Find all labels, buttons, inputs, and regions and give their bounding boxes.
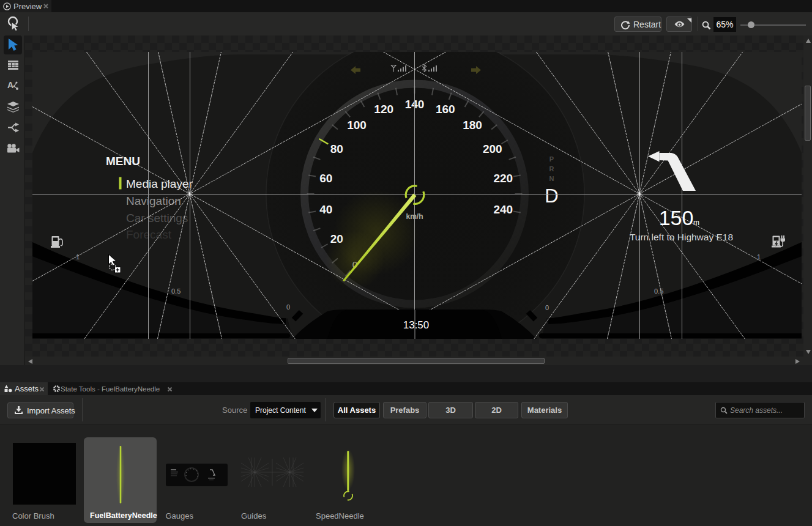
svg-text:m: m xyxy=(693,218,699,227)
svg-text:N: N xyxy=(549,175,554,182)
svg-text:13:50: 13:50 xyxy=(403,319,430,331)
svg-text:200: 200 xyxy=(483,143,502,155)
svg-text:120: 120 xyxy=(374,103,393,116)
svg-text:R: R xyxy=(549,165,554,172)
svg-text:240: 240 xyxy=(493,203,513,216)
svg-text:Media player: Media player xyxy=(126,177,193,190)
svg-text:Car settings: Car settings xyxy=(126,212,188,224)
svg-text:1: 1 xyxy=(757,253,761,261)
svg-text:A: A xyxy=(7,80,13,90)
svg-text:Forecast: Forecast xyxy=(126,228,172,241)
svg-text:Turn left to Highway E18: Turn left to Highway E18 xyxy=(630,232,733,242)
svg-text:1: 1 xyxy=(76,253,80,261)
svg-text:P: P xyxy=(549,155,554,163)
svg-text:0: 0 xyxy=(286,303,290,311)
svg-text:180: 180 xyxy=(463,119,482,132)
svg-text:0: 0 xyxy=(545,304,549,311)
svg-text:100: 100 xyxy=(347,119,367,132)
svg-text:40: 40 xyxy=(319,203,332,216)
svg-text:0.5: 0.5 xyxy=(654,287,663,295)
svg-text:80: 80 xyxy=(330,143,343,155)
svg-text:220: 220 xyxy=(493,172,513,185)
svg-text:160: 160 xyxy=(436,103,455,116)
svg-text:D: D xyxy=(545,185,558,207)
svg-text:Navigation: Navigation xyxy=(126,194,181,207)
svg-text:150: 150 xyxy=(659,206,694,229)
svg-text:60: 60 xyxy=(319,172,332,185)
svg-text:0.5: 0.5 xyxy=(171,287,181,295)
